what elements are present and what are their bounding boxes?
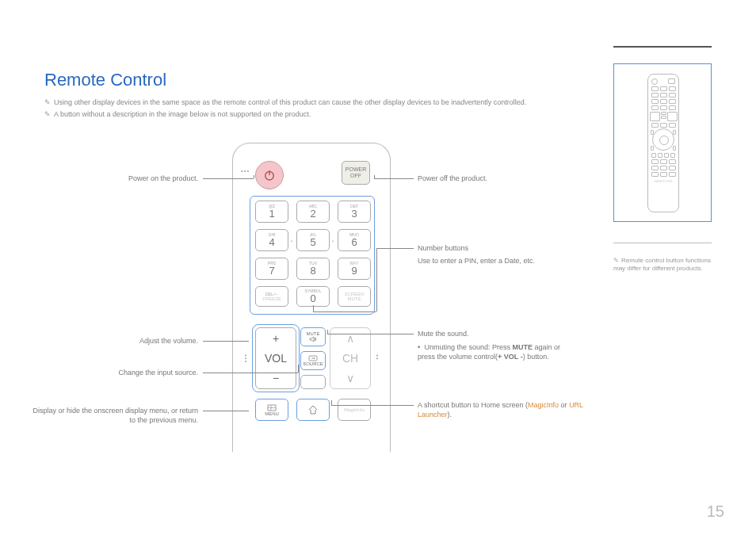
channel-rocker: ∧CH∨	[330, 327, 371, 389]
label-mute-head: Mute the sound.	[418, 329, 469, 338]
note-2: ✎A button without a description in the i…	[44, 110, 311, 118]
volume-rocker: +VOL−	[255, 327, 296, 389]
label-power-on: Power on the product.	[48, 174, 198, 183]
sidebar-note: ✎Remote control button functions may dif…	[613, 257, 712, 273]
label-change-source: Change the input source.	[48, 368, 198, 377]
power-off-button: POWER OFF	[342, 161, 370, 185]
menu-button: MENU	[255, 399, 288, 421]
label-power-off: Power off the product.	[418, 174, 487, 183]
number-keypad-group: @Z1 ABC2 DEF3 GHI4 JKL5 MNO6 • • PRS7 TU…	[250, 196, 375, 315]
sidebar-rule	[613, 243, 712, 243]
home-button	[296, 399, 330, 421]
label-menu: Display or hide the onscreen display men…	[32, 406, 198, 425]
magicinfo-button: MagicInfo	[338, 399, 371, 421]
mini-remote: SAMSUNG	[647, 74, 679, 212]
page-title: Remote Control	[44, 70, 166, 90]
page-number: 15	[707, 503, 724, 521]
label-adjust-volume: Adjust the volume.	[48, 336, 198, 346]
blank-middle-button	[300, 375, 326, 389]
label-number-body: Use to enter a PIN, enter a Date, etc.	[418, 256, 535, 266]
sidebar-top-rule	[613, 46, 712, 48]
power-on-button	[255, 161, 284, 189]
mute-button: MUTE	[300, 327, 326, 346]
note-1: ✎Using other display devices in the same…	[44, 98, 526, 106]
label-mute-body: • Unmuting the sound: Press MUTE again o…	[418, 342, 568, 361]
label-shortcut: A shortcut button to Home screen (MagicI…	[418, 400, 584, 419]
label-number-head: Number buttons	[418, 243, 468, 253]
mini-remote-box: SAMSUNG	[613, 63, 712, 222]
source-button: SOURCE	[300, 351, 326, 370]
